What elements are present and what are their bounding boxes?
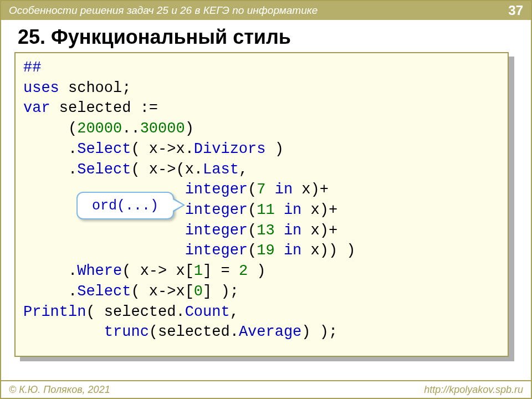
code-method: Select (77, 141, 131, 157)
code-keyword: in (284, 242, 301, 259)
code-number: 13 (257, 222, 274, 239)
code-number: 2 (239, 263, 248, 279)
code-text: ( (248, 242, 257, 259)
code-method: Select (77, 283, 131, 300)
code-number: 19 (257, 242, 274, 259)
page-number: 37 (508, 3, 523, 18)
code-keyword: var (23, 100, 50, 116)
code-text (23, 222, 185, 239)
code-text: . (23, 283, 77, 300)
footer-copyright: © К.Ю. Поляков, 2021 (9, 384, 110, 396)
code-func: Println (23, 304, 86, 320)
code-method: Count (185, 304, 230, 320)
code-text: school; (59, 80, 131, 96)
code-text: x)+ (293, 181, 329, 198)
code-type: integer (185, 181, 248, 198)
code-method: Where (77, 263, 122, 279)
code-number: 11 (257, 202, 274, 218)
code-text: ( (248, 202, 257, 218)
code-text: ) (265, 141, 283, 157)
code-text: ( x->x. (131, 141, 193, 157)
footer-url: http://kpolyakov.spb.ru (424, 384, 523, 396)
code-text: ( x->x[ (131, 283, 193, 300)
code-method: Divizors (194, 141, 266, 157)
code-text: ] ); (203, 283, 239, 300)
code-text: . (23, 141, 77, 157)
code-text: , (239, 161, 248, 178)
code-number: 1 (194, 263, 203, 279)
code-type: integer (185, 242, 248, 259)
code-text (275, 202, 284, 218)
code-text: ( (23, 120, 77, 137)
code-text: x)) ) (301, 242, 355, 259)
footer-bar: © К.Ю. Поляков, 2021 http://kpolyakov.sp… (1, 380, 531, 398)
code-text (23, 242, 185, 259)
code-keyword: uses (23, 80, 59, 96)
code-text (275, 222, 284, 239)
code-keyword: in (275, 181, 293, 198)
code-text (275, 242, 284, 259)
code-text: ( x->(x. (131, 161, 203, 178)
code-text (23, 324, 104, 340)
code-method: Select (77, 161, 131, 178)
header-subject: Особенности решения задач 25 и 26 в КЕГЭ… (9, 4, 318, 17)
code-text: x)+ (301, 202, 337, 218)
code-text: ] = (203, 263, 239, 279)
code-text (265, 181, 274, 198)
code-number: 30000 (140, 120, 185, 137)
code-text: (selected. (149, 324, 239, 340)
code-type: integer (185, 202, 248, 218)
code-text: ( x-> x[ (122, 263, 194, 279)
slide: Особенности решения задач 25 и 26 в КЕГЭ… (0, 0, 532, 399)
code-text: . (23, 263, 77, 279)
code-text: , (230, 304, 239, 320)
code-keyword: in (284, 222, 301, 239)
code-func: trunc (104, 324, 149, 340)
code-text: ) ); (301, 324, 337, 340)
code-token: ## (23, 59, 41, 76)
code-text: selected := (50, 100, 158, 116)
header-bar: Особенности решения задач 25 и 26 в КЕГЭ… (1, 1, 531, 20)
code-number: 20000 (77, 120, 122, 137)
code-text: ( selected. (86, 304, 185, 320)
code-number: 0 (194, 283, 203, 300)
code-text: . (23, 161, 77, 178)
code-method: Average (239, 324, 301, 340)
code-number: 7 (257, 181, 265, 198)
callout-bubble: ord(...) (76, 192, 174, 219)
slide-title: 25. Функциональный стиль (18, 25, 291, 49)
code-text: x)+ (301, 222, 337, 239)
code-keyword: in (284, 202, 301, 218)
code-text: ( (248, 181, 257, 198)
code-text: ) (185, 120, 194, 137)
code-text: .. (122, 120, 140, 137)
code-type: integer (185, 222, 248, 239)
code-method: Last (203, 161, 239, 178)
code-text: ) (248, 263, 265, 279)
code-text: ( (248, 222, 257, 239)
